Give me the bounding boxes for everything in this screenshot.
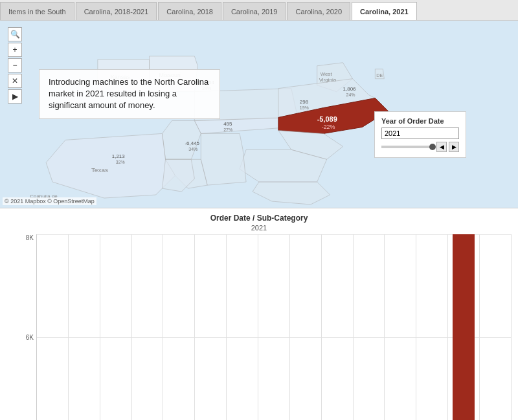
bar-group[interactable] — [416, 234, 448, 420]
svg-text:24%: 24% — [346, 93, 355, 97]
tab-carolina--2018-2021[interactable]: Carolina, 2018-2021 — [76, 2, 157, 20]
zoom-in-button[interactable]: + — [8, 43, 22, 57]
tab-carolina--2020[interactable]: Carolina, 2020 — [287, 2, 350, 20]
year-filter-label: Year of Order Date — [381, 117, 459, 125]
svg-text:27%: 27% — [223, 127, 232, 132]
chart-title: Order Date / Sub-Category — [6, 214, 512, 224]
svg-text:32%: 32% — [116, 160, 125, 164]
zoom-out-button[interactable]: − — [8, 58, 22, 72]
y-axis: 8K6K4K2K0K — [16, 234, 36, 420]
bar — [453, 234, 475, 420]
slider-track[interactable] — [381, 146, 434, 148]
tab-items-in-the-south[interactable]: Items in the South — [0, 2, 74, 20]
map-controls: 🔍 + − ✕ ▶ — [8, 27, 22, 104]
tab-carolina--2018[interactable]: Carolina, 2018 — [158, 2, 221, 20]
svg-text:1,806: 1,806 — [343, 86, 357, 92]
chart-section: Order Date / Sub-Category 2021 Sales 8K6… — [0, 208, 518, 420]
svg-text:-5,089: -5,089 — [317, 115, 337, 123]
bar-group[interactable] — [448, 234, 480, 420]
bar-group[interactable] — [195, 234, 227, 420]
svg-text:298: 298 — [300, 99, 309, 105]
bar-group[interactable] — [385, 234, 416, 420]
y-axis-label: Sales — [6, 234, 16, 420]
svg-text:DE: DE — [376, 73, 383, 78]
svg-text:19%: 19% — [300, 105, 309, 110]
next-year-button[interactable]: ▶ — [449, 142, 459, 152]
bar-group[interactable] — [69, 234, 100, 420]
chart-inner: BookcasesChairsFurnishin...TablesApplian… — [36, 234, 512, 420]
svg-text:34%: 34% — [188, 147, 197, 151]
bar-group[interactable] — [258, 234, 290, 420]
tab-carolina--2019[interactable]: Carolina, 2019 — [223, 2, 286, 20]
svg-text:1,213: 1,213 — [112, 153, 126, 159]
svg-text:West: West — [321, 71, 333, 77]
tab-carolina--2021[interactable]: Carolina, 2021 — [352, 2, 417, 20]
bar-group[interactable] — [37, 234, 69, 420]
bar-group[interactable] — [227, 234, 258, 420]
bar-group[interactable] — [290, 234, 322, 420]
tabs-bar: Items in the SouthCarolina, 2018-2021Car… — [0, 0, 518, 21]
bar-group[interactable] — [132, 234, 164, 420]
svg-text:Texas: Texas — [91, 166, 108, 173]
bar-group[interactable] — [354, 234, 385, 420]
bar-group[interactable] — [480, 234, 512, 420]
bar-group[interactable] — [322, 234, 354, 420]
pan-button[interactable]: ▶ — [8, 89, 22, 104]
map-copyright: © 2021 Mapbox © OpenStreetMap — [3, 197, 96, 205]
bar-group[interactable] — [163, 234, 195, 420]
svg-text:495: 495 — [223, 121, 232, 127]
bar-group[interactable] — [100, 234, 132, 420]
tool-button[interactable]: ✕ — [8, 74, 22, 88]
annotation-box: Introducing machines to the North Caroli… — [39, 69, 220, 119]
chart-subtitle: 2021 — [6, 224, 512, 232]
annotation-text: Introducing machines to the North Caroli… — [49, 77, 208, 110]
chart-area: Sales 8K6K4K2K0K BookcasesChairsFurnishi… — [6, 234, 512, 420]
prev-year-button[interactable]: ◀ — [436, 142, 447, 152]
bars-container — [36, 234, 512, 420]
svg-text:-6,445: -6,445 — [185, 140, 199, 146]
year-filter: Year of Order Date ◀ ▶ — [374, 111, 466, 158]
map-section: Kansas Missouri West Virginia DE -5,089 … — [0, 21, 518, 208]
search-button[interactable]: 🔍 — [8, 27, 22, 41]
y-tick: 8K — [26, 234, 34, 241]
slider-row: ◀ ▶ — [381, 142, 459, 152]
year-input[interactable] — [381, 127, 459, 139]
y-tick: 6K — [26, 334, 34, 341]
svg-text:-22%: -22% — [322, 124, 335, 130]
